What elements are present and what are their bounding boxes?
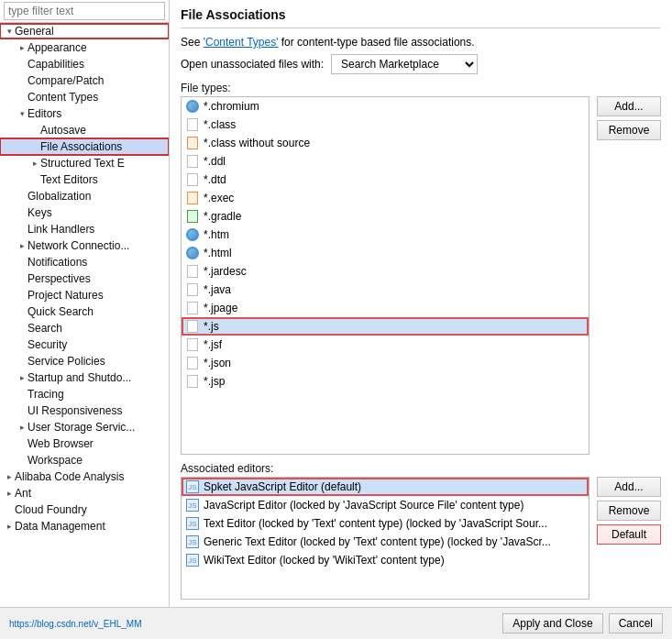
file-list-item[interactable]: *.jsp bbox=[182, 372, 589, 391]
expand-icon bbox=[4, 504, 15, 515]
sidebar-item-search[interactable]: Search bbox=[0, 320, 169, 336]
file-list-item[interactable]: *.dtd bbox=[182, 171, 589, 189]
assoc-list-item[interactable]: JSText Editor (locked by 'Text' content … bbox=[182, 514, 589, 533]
file-list-item[interactable]: *.exec bbox=[182, 189, 589, 207]
file-icon bbox=[185, 337, 200, 352]
file-icon bbox=[185, 246, 200, 260]
apply-close-button[interactable]: Apply and Close bbox=[502, 613, 602, 633]
sidebar-item-security[interactable]: Security bbox=[0, 336, 169, 353]
sidebar-item-perspectives[interactable]: Perspectives bbox=[0, 270, 169, 287]
sidebar-item-label: Capabilities bbox=[28, 58, 84, 71]
sidebar-item-content-types[interactable]: Content Types bbox=[0, 89, 169, 105]
file-name-label: *.html bbox=[204, 247, 232, 259]
file-list-item[interactable]: *.json bbox=[182, 354, 589, 372]
file-icon bbox=[185, 117, 200, 132]
sidebar-item-capabilities[interactable]: Capabilities bbox=[0, 56, 169, 72]
sidebar-item-label: Keys bbox=[28, 206, 52, 219]
file-icon bbox=[185, 301, 200, 315]
file-list-item[interactable]: *.html bbox=[182, 244, 589, 262]
file-list-item[interactable]: *.gradle bbox=[182, 207, 589, 226]
file-name-label: *.json bbox=[204, 357, 231, 369]
panel-title: File Associations bbox=[181, 7, 661, 28]
sidebar-item-service-policies[interactable]: Service Policies bbox=[0, 353, 169, 369]
sidebar-item-workspace[interactable]: Workspace bbox=[0, 452, 169, 468]
file-list-item[interactable]: *.htm bbox=[182, 226, 589, 244]
expand-icon bbox=[17, 438, 28, 449]
assoc-name-label: Generic Text Editor (locked by 'Text' co… bbox=[204, 535, 551, 548]
sidebar-item-label: Network Connectio... bbox=[28, 239, 129, 252]
sidebar-item-label: General bbox=[15, 25, 54, 38]
assoc-list-item[interactable]: JSSpket JavaScript Editor (default) bbox=[182, 478, 589, 496]
cancel-button[interactable]: Cancel bbox=[609, 613, 663, 633]
file-name-label: *.jsf bbox=[204, 338, 222, 351]
remove-file-type-button[interactable]: Remove bbox=[597, 120, 661, 140]
remove-assoc-button[interactable]: Remove bbox=[597, 501, 661, 521]
sidebar-item-web-browser[interactable]: Web Browser bbox=[0, 435, 169, 452]
sidebar-item-globalization[interactable]: Globalization bbox=[0, 188, 169, 204]
expand-icon bbox=[17, 339, 28, 350]
assoc-list-item[interactable]: JSWikiText Editor (locked by 'WikiText' … bbox=[182, 551, 589, 569]
expand-icon: ▸ bbox=[17, 422, 28, 433]
expand-icon bbox=[17, 92, 28, 103]
sidebar-item-ui-responsiveness[interactable]: UI Responsiveness bbox=[0, 402, 169, 419]
sidebar-item-tracing[interactable]: Tracing bbox=[0, 386, 169, 402]
assoc-list-item[interactable]: JSGeneric Text Editor (locked by 'Text' … bbox=[182, 533, 589, 551]
sidebar-item-alibaba-code[interactable]: ▸Alibaba Code Analysis bbox=[0, 468, 169, 485]
file-list-item[interactable]: *.jardesc bbox=[182, 262, 589, 281]
sidebar-item-editors[interactable]: ▾Editors bbox=[0, 105, 169, 122]
sidebar-item-label: Content Types bbox=[28, 91, 98, 104]
expand-icon bbox=[17, 389, 28, 400]
assoc-name-label: Text Editor (locked by 'Text' content ty… bbox=[204, 517, 547, 530]
sidebar-item-network-connection[interactable]: ▸Network Connectio... bbox=[0, 237, 169, 254]
open-select[interactable]: Search MarketplaceDefault EditorSystem E… bbox=[331, 54, 478, 74]
sidebar-item-label: Editors bbox=[28, 107, 61, 120]
assoc-list-item[interactable]: JSJavaScript Editor (locked by 'JavaScri… bbox=[182, 496, 589, 514]
sidebar-item-compare-patch[interactable]: Compare/Patch bbox=[0, 72, 169, 89]
file-list-item[interactable]: *.js bbox=[182, 317, 589, 336]
file-list-item[interactable]: *.java bbox=[182, 281, 589, 299]
sidebar-item-label: Data Management bbox=[15, 520, 105, 533]
file-list-item[interactable]: *.jsf bbox=[182, 336, 589, 354]
filter-box bbox=[0, 0, 169, 23]
add-file-type-button[interactable]: Add... bbox=[597, 96, 661, 116]
file-name-label: *.java bbox=[204, 283, 231, 296]
sidebar-item-file-associations[interactable]: File Associations bbox=[0, 138, 169, 155]
sidebar-item-ant[interactable]: ▸Ant bbox=[0, 485, 169, 501]
sidebar-item-notifications[interactable]: Notifications bbox=[0, 254, 169, 270]
sidebar-item-label: Ant bbox=[15, 487, 31, 500]
sidebar-item-data-management[interactable]: ▸Data Management bbox=[0, 518, 169, 534]
expand-icon bbox=[17, 224, 28, 235]
sidebar-item-autosave[interactable]: Autosave bbox=[0, 122, 169, 138]
sidebar-item-project-natures[interactable]: Project Natures bbox=[0, 287, 169, 303]
file-name-label: *.jsp bbox=[204, 375, 225, 388]
sidebar-item-user-storage[interactable]: ▸User Storage Servic... bbox=[0, 419, 169, 435]
expand-icon: ▾ bbox=[17, 108, 28, 119]
sidebar-item-quick-search[interactable]: Quick Search bbox=[0, 303, 169, 320]
file-list-item[interactable]: *.class without source bbox=[182, 134, 589, 152]
file-list-item[interactable]: *.jpage bbox=[182, 299, 589, 317]
sidebar-item-appearance[interactable]: ▸Appearance bbox=[0, 39, 169, 56]
content-types-link[interactable]: 'Content Types' bbox=[204, 36, 279, 49]
sidebar-item-startup-shutdown[interactable]: ▸Startup and Shutdo... bbox=[0, 369, 169, 386]
file-name-label: *.exec bbox=[204, 192, 234, 204]
editor-icon: JS bbox=[185, 498, 200, 512]
sidebar-item-label: Security bbox=[28, 338, 67, 351]
sidebar-item-cloud-foundry[interactable]: Cloud Foundry bbox=[0, 501, 169, 518]
editor-icon: JS bbox=[185, 516, 200, 531]
sidebar-item-link-handlers[interactable]: Link Handlers bbox=[0, 221, 169, 237]
sidebar-item-keys[interactable]: Keys bbox=[0, 204, 169, 221]
file-list-item[interactable]: *.class bbox=[182, 116, 589, 134]
file-list-item[interactable]: *.ddl bbox=[182, 152, 589, 171]
file-list-item[interactable]: *.chromium bbox=[182, 97, 589, 116]
default-assoc-button[interactable]: Default bbox=[597, 524, 661, 545]
sidebar-item-structured-text[interactable]: ▸Structured Text E bbox=[0, 155, 169, 171]
expand-icon: ▸ bbox=[4, 488, 15, 499]
file-name-label: *.jardesc bbox=[204, 265, 247, 278]
sidebar-item-general[interactable]: ▾General bbox=[0, 23, 169, 39]
filter-input[interactable] bbox=[4, 2, 165, 20]
sidebar-item-label: Alibaba Code Analysis bbox=[15, 470, 124, 483]
sidebar-item-text-editors[interactable]: Text Editors bbox=[0, 171, 169, 188]
add-assoc-button[interactable]: Add... bbox=[597, 477, 661, 497]
sidebar-item-label: Startup and Shutdo... bbox=[28, 371, 131, 384]
assoc-name-label: WikiText Editor (locked by 'WikiText' co… bbox=[204, 554, 445, 567]
